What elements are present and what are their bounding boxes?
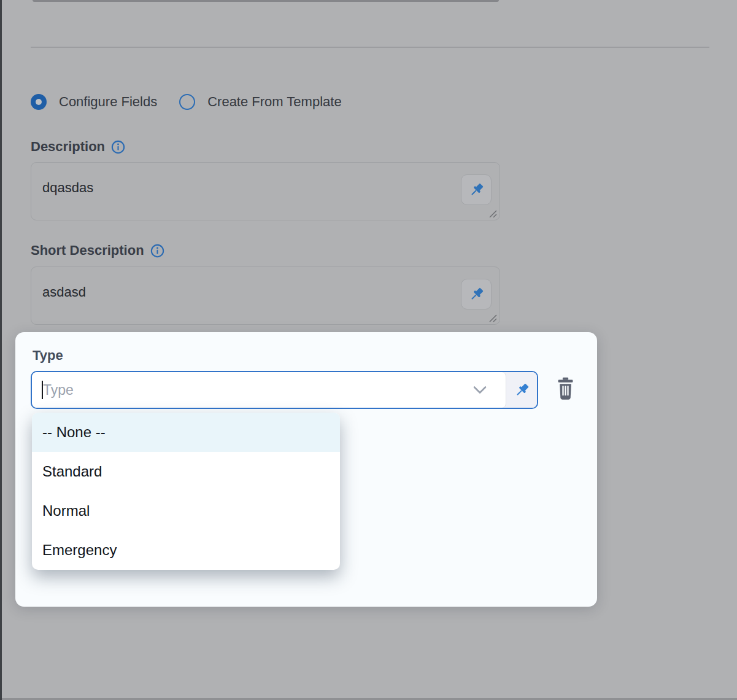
- dropdown-option-emergency[interactable]: Emergency: [32, 531, 340, 570]
- pin-button[interactable]: [461, 279, 492, 309]
- dropdown-option-standard[interactable]: Standard: [32, 452, 340, 491]
- radio-create-from-template-label: Create From Template: [207, 94, 341, 110]
- dropdown-toggle-button[interactable]: [468, 372, 492, 408]
- short-description-label-row: Short Description: [31, 243, 164, 259]
- radio-selected-icon[interactable]: [31, 94, 47, 110]
- dropdown-option-normal[interactable]: Normal: [32, 491, 340, 531]
- delete-field-button[interactable]: [553, 374, 577, 403]
- info-icon[interactable]: [150, 244, 164, 258]
- type-input-wrap: [32, 372, 506, 408]
- type-label: Type: [33, 348, 63, 364]
- info-icon[interactable]: [111, 140, 125, 154]
- field-mode-radio-group: Configure Fields Create From Template: [31, 94, 342, 110]
- short-description-textarea[interactable]: asdasd: [31, 266, 500, 325]
- radio-create-from-template[interactable]: Create From Template: [179, 94, 341, 110]
- pin-button[interactable]: [461, 174, 492, 205]
- resize-handle-icon[interactable]: [488, 209, 497, 218]
- radio-unselected-icon[interactable]: [179, 94, 195, 110]
- pushpin-icon: [468, 182, 485, 198]
- radio-configure-fields-label: Configure Fields: [59, 94, 157, 110]
- type-field-card: Type: [15, 332, 597, 607]
- short-description-value: asdasd: [42, 284, 86, 300]
- description-value: dqasdas: [42, 180, 93, 196]
- section-divider: [31, 47, 709, 48]
- radio-configure-fields[interactable]: Configure Fields: [31, 94, 157, 110]
- short-description-label: Short Description: [31, 243, 144, 259]
- dropdown-option-none[interactable]: -- None --: [32, 413, 340, 452]
- pin-button[interactable]: [506, 372, 537, 408]
- type-dropdown-list: -- None -- Standard Normal Emergency: [32, 413, 340, 570]
- description-label: Description: [31, 139, 105, 155]
- panel-left-border: [0, 0, 2, 700]
- resize-handle-icon[interactable]: [488, 313, 497, 322]
- chevron-down-icon: [473, 386, 487, 394]
- cutoff-field-bottom-edge: [33, 0, 499, 2]
- description-textarea[interactable]: dqasdas: [31, 162, 500, 220]
- type-combobox: [31, 371, 538, 409]
- pushpin-icon: [514, 382, 530, 399]
- pushpin-icon: [468, 286, 485, 303]
- type-input[interactable]: [32, 372, 506, 408]
- description-label-row: Description: [31, 139, 125, 155]
- trash-icon: [555, 377, 576, 400]
